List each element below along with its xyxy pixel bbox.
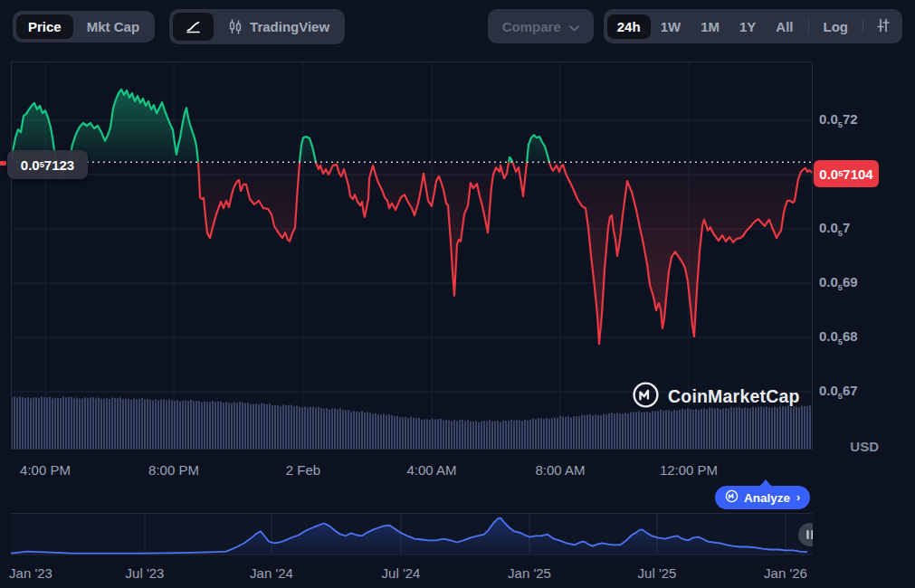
minimap-date-tick: Jan '26 bbox=[764, 565, 807, 581]
tradingview-label: TradingView bbox=[250, 20, 329, 33]
divider bbox=[863, 19, 863, 33]
watermark-text: CoinMarketCap bbox=[668, 386, 800, 407]
line-chart-icon bbox=[185, 18, 202, 35]
y-axis-tick: 0.0572 bbox=[819, 111, 858, 129]
y-axis-tick: 0.0569 bbox=[819, 274, 858, 292]
tradingview-button[interactable]: TradingView bbox=[215, 13, 341, 41]
minimap-date-tick: Jul '24 bbox=[382, 565, 421, 581]
range-1y[interactable]: 1Y bbox=[729, 14, 766, 39]
x-axis-tick: 8:00 AM bbox=[535, 462, 585, 478]
metric-toggle-group: Price Mkt Cap bbox=[13, 11, 155, 43]
chart-toolbar: Price Mkt Cap TradingView Compare 24h 1W… bbox=[13, 9, 902, 43]
candlestick-icon bbox=[227, 18, 243, 35]
coinmarketcap-watermark: CoinMarketCap bbox=[632, 381, 800, 413]
minimap-date-tick: Jan '24 bbox=[250, 565, 293, 581]
analyze-button[interactable]: Analyze › bbox=[715, 486, 810, 509]
line-chart-type-button[interactable] bbox=[173, 13, 214, 41]
analyze-label: Analyze bbox=[744, 491, 790, 505]
sliders-icon bbox=[875, 17, 891, 36]
open-price-tick bbox=[0, 161, 6, 166]
chevron-down-icon bbox=[569, 19, 579, 34]
range-1m[interactable]: 1M bbox=[691, 14, 729, 39]
log-scale-button[interactable]: Log bbox=[814, 14, 859, 39]
minimap-brush-svg[interactable] bbox=[11, 513, 813, 555]
y-axis-tick: 0.0568 bbox=[819, 328, 858, 346]
range-selector-group: 24h 1W 1M 1Y All Log bbox=[604, 9, 902, 43]
minimap-date-tick: Jan '25 bbox=[508, 565, 551, 581]
range-all[interactable]: All bbox=[766, 14, 803, 39]
chevron-right-icon: › bbox=[796, 491, 800, 504]
current-price-badge: 0.057104 bbox=[814, 160, 879, 187]
x-axis-tick: 2 Feb bbox=[286, 462, 320, 478]
x-axis-tick: 12:00 PM bbox=[660, 462, 718, 478]
x-axis-tick: 8:00 PM bbox=[148, 462, 199, 478]
currency-unit-label: USD bbox=[819, 439, 879, 454]
y-axis-tick: 0.057 bbox=[819, 220, 850, 238]
minimap-date-tick: Jul '25 bbox=[638, 565, 677, 581]
chart-settings-button[interactable] bbox=[868, 14, 899, 40]
coinmarketcap-logo-icon bbox=[632, 381, 660, 413]
divider bbox=[808, 19, 809, 33]
minimap-date-tick: Jan '23 bbox=[9, 565, 52, 581]
compare-label: Compare bbox=[502, 19, 561, 34]
compare-button[interactable]: Compare bbox=[488, 9, 594, 43]
open-price-badge: 0.057123 bbox=[7, 150, 88, 179]
x-axis-tick: 4:00 AM bbox=[406, 462, 456, 478]
coinmarketcap-chart-page: { "colors": { "green":"#16c784", "red":"… bbox=[0, 0, 915, 588]
analyze-logo-icon bbox=[725, 489, 739, 506]
tab-mkt-cap[interactable]: Mkt Cap bbox=[75, 14, 151, 39]
x-axis-tick: 4:00 PM bbox=[20, 462, 71, 478]
chart-type-toggle-group: TradingView bbox=[169, 9, 345, 44]
tab-price[interactable]: Price bbox=[16, 14, 73, 39]
range-1w[interactable]: 1W bbox=[651, 14, 691, 39]
y-axis-tick: 0.0567 bbox=[819, 383, 858, 401]
minimap-date-tick: Jul '23 bbox=[126, 565, 165, 581]
range-24h[interactable]: 24h bbox=[607, 14, 651, 39]
